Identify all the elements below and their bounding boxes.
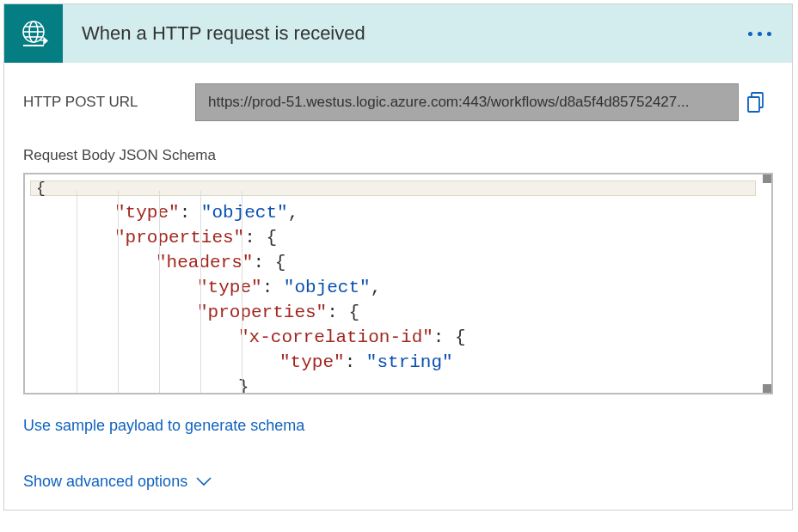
chevron-down-icon [196, 477, 212, 487]
schema-editor[interactable]: { "type": "object","properties": {"heade… [23, 173, 773, 394]
schema-code[interactable]: { "type": "object","properties": {"heade… [30, 175, 756, 394]
http-post-url-label: HTTP POST URL [23, 94, 195, 111]
copy-url-button[interactable] [739, 92, 773, 113]
card-body: HTTP POST URL https://prod-51.westus.log… [4, 63, 792, 510]
use-sample-payload-link[interactable]: Use sample payload to generate schema [23, 417, 304, 434]
schema-scrollbar[interactable] [763, 174, 771, 393]
http-post-url-field[interactable]: https://prod-51.westus.logic.azure.com:4… [195, 83, 739, 121]
copy-icon [746, 92, 765, 113]
connector-icon-tile [4, 4, 63, 63]
card-title: When a HTTP request is received [82, 22, 365, 45]
http-post-url-row: HTTP POST URL https://prod-51.westus.log… [23, 83, 773, 121]
advanced-options-label: Show advanced options [23, 473, 187, 491]
more-options-button[interactable] [748, 4, 771, 63]
card-header[interactable]: When a HTTP request is received [4, 4, 792, 63]
schema-label: Request Body JSON Schema [23, 147, 773, 164]
svg-rect-4 [748, 97, 759, 112]
show-advanced-options[interactable]: Show advanced options [23, 473, 773, 491]
http-request-icon [16, 16, 51, 51]
http-trigger-card: When a HTTP request is received HTTP POS… [3, 3, 793, 511]
